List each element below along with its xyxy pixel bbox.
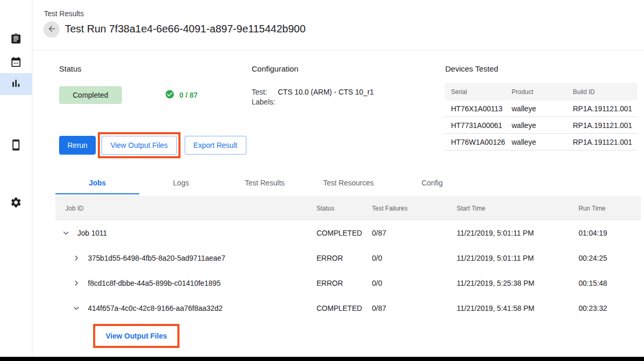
device-row: HT76W1A00126walleyeRP1A.191121.001	[445, 134, 637, 150]
bar-chart-icon	[10, 77, 22, 91]
annotation-box-job-view-output-files: View Output Files	[93, 324, 179, 348]
device-cell: RP1A.191121.001	[567, 104, 637, 113]
jobs-table: Job IDStatusTest FailuresStart TimeRun T…	[55, 196, 641, 348]
tab-test-results[interactable]: Test Results	[223, 172, 307, 194]
config-test-row: Test:CTS 10.0 (ARM) - CTS 10_r1	[252, 87, 374, 97]
device-cell: HT76X1A00113	[445, 104, 505, 113]
configuration-section-label: Configuration	[252, 64, 374, 73]
config-labels-row: Labels:	[252, 97, 374, 107]
job-row[interactable]: 375b1d55-6498-4fb5-8a20-5ad9711aeae7ERRO…	[55, 246, 641, 271]
job-failures-cell: 0/0	[372, 254, 457, 262]
device-row: HT7731A00061walleyeRP1A.191121.001	[445, 117, 637, 134]
action-buttons: Rerun View Output Files Export Result	[59, 132, 246, 158]
job-id-label: 414f657a-4c0c-42c8-9166-aa76f8aa32d2	[88, 304, 223, 312]
gear-icon	[10, 196, 22, 211]
jobs-footer: View Output Files	[93, 324, 641, 348]
check-circle-icon	[165, 89, 179, 101]
job-start-time-cell: 11/21/2019, 5:01:11 PM	[457, 254, 579, 262]
rerun-button[interactable]: Rerun	[59, 136, 96, 155]
config-test-key: Test:	[252, 87, 278, 97]
jobs-column-header: Job ID	[55, 205, 317, 212]
tab-bar: JobsLogsTest ResultsTest ResourcesConfig	[55, 172, 474, 194]
chevron-right-icon[interactable]	[71, 278, 82, 288]
status-section-label: Status	[59, 64, 198, 73]
back-button[interactable]	[43, 21, 60, 38]
job-status-cell: ERROR	[317, 279, 372, 287]
status-badge: Completed	[59, 86, 122, 104]
sidebar	[0, 0, 32, 357]
job-status-cell: COMPLETED	[317, 304, 372, 312]
arrow-back-icon	[47, 24, 57, 35]
tab-test-resources[interactable]: Test Resources	[307, 172, 390, 194]
tab-jobs[interactable]: Jobs	[55, 172, 139, 194]
failure-count-text: 0 / 87	[179, 91, 198, 99]
job-row[interactable]: f8cd1c8f-dbbe-44a5-899b-c01410fe1895ERRO…	[55, 271, 641, 296]
device-cell: walleye	[505, 138, 567, 146]
job-status-cell: COMPLETED	[317, 229, 372, 237]
view-output-files-button[interactable]: View Output Files	[101, 136, 176, 155]
device-cell: walleye	[505, 104, 567, 113]
sidebar-item-settings[interactable]	[0, 192, 32, 214]
status-section: Status Completed 0 / 87	[59, 64, 198, 104]
chevron-down-icon[interactable]	[71, 303, 82, 313]
devices-table-header: SerialProductBuild ID	[445, 83, 637, 100]
breadcrumb: Test Results	[44, 9, 84, 18]
devices-column-header: Product	[505, 88, 567, 96]
job-failures-cell: 0/87	[372, 229, 457, 237]
job-id-label: Job 1011	[77, 229, 107, 237]
jobs-table-header: Job IDStatusTest FailuresStart TimeRun T…	[55, 196, 641, 220]
job-failures-cell: 0/87	[372, 304, 457, 312]
sidebar-item-test-plans[interactable]	[0, 29, 32, 51]
job-run-time-cell: 00:23:32	[579, 304, 641, 312]
header-divider	[32, 50, 644, 50]
device-cell: RP1A.191121.001	[567, 121, 637, 130]
jobs-column-header: Run Time	[579, 205, 641, 212]
job-row[interactable]: 414f657a-4c0c-42c8-9166-aa76f8aa32d2COMP…	[55, 296, 641, 321]
job-id-label: 375b1d55-6498-4fb5-8a20-5ad9711aeae7	[88, 254, 225, 262]
page-title: Test Run 7f38a1e4-6e66-4091-a897-9e11544…	[65, 23, 306, 35]
chevron-right-icon[interactable]	[71, 253, 82, 263]
devices-section: Devices Tested SerialProductBuild ID HT7…	[445, 64, 498, 73]
device-cell: HT7731A00061	[445, 121, 505, 130]
job-status-cell: ERROR	[317, 254, 372, 262]
device-cell: walleye	[505, 121, 567, 130]
jobs-column-header: Test Failures	[372, 205, 457, 212]
devices-column-header: Build ID	[567, 88, 637, 96]
config-test-value: CTS 10.0 (ARM) - CTS 10_r1	[278, 88, 374, 96]
sidebar-item-schedule[interactable]	[0, 52, 32, 74]
job-run-time-cell: 00:24:25	[579, 254, 641, 262]
device-cell: HT76W1A00126	[445, 138, 505, 146]
job-run-time-cell: 01:04:19	[579, 229, 641, 237]
configuration-section: Configuration Test:CTS 10.0 (ARM) - CTS …	[252, 64, 374, 107]
devices-section-label: Devices Tested	[445, 64, 498, 73]
job-failures-cell: 0/0	[372, 279, 457, 287]
jobs-column-header: Start Time	[457, 205, 579, 212]
chevron-down-icon[interactable]	[61, 228, 71, 238]
job-id-cell: 375b1d55-6498-4fb5-8a20-5ad9711aeae7	[55, 253, 317, 263]
job-start-time-cell: 11/21/2019, 5:41:58 PM	[457, 304, 579, 312]
app-root: Test Results Test Run 7f38a1e4-6e66-4091…	[0, 0, 644, 361]
bottom-bar	[0, 357, 644, 361]
export-result-button[interactable]: Export Result	[185, 136, 246, 155]
job-id-cell: f8cd1c8f-dbbe-44a5-899b-c01410fe1895	[55, 278, 317, 288]
tab-config[interactable]: Config	[390, 172, 474, 194]
job-run-time-cell: 00:15:48	[579, 279, 641, 287]
failure-count: 0 / 87	[165, 89, 198, 101]
job-view-output-files-link[interactable]: View Output Files	[95, 326, 177, 346]
job-row[interactable]: Job 1011COMPLETED0/8711/21/2019, 5:01:11…	[55, 220, 641, 246]
devices-table: SerialProductBuild ID HT76X1A00113walley…	[445, 83, 637, 150]
annotation-box-view-output-files: View Output Files	[98, 132, 180, 158]
sidebar-item-devices[interactable]	[0, 135, 32, 157]
device-row: HT76X1A00113walleyeRP1A.191121.001	[445, 100, 637, 117]
devices-column-header: Serial	[445, 88, 505, 96]
phone-icon	[10, 139, 22, 153]
calendar-icon	[10, 56, 22, 70]
clipboard-icon	[10, 33, 22, 47]
tab-logs[interactable]: Logs	[139, 172, 223, 194]
config-labels-key: Labels:	[252, 97, 278, 107]
job-start-time-cell: 11/21/2019, 5:25:38 PM	[457, 279, 579, 287]
job-id-cell: Job 1011	[55, 228, 317, 238]
sidebar-item-test-results[interactable]	[0, 73, 32, 95]
jobs-column-header: Status	[317, 205, 372, 212]
job-id-cell: 414f657a-4c0c-42c8-9166-aa76f8aa32d2	[55, 303, 317, 313]
